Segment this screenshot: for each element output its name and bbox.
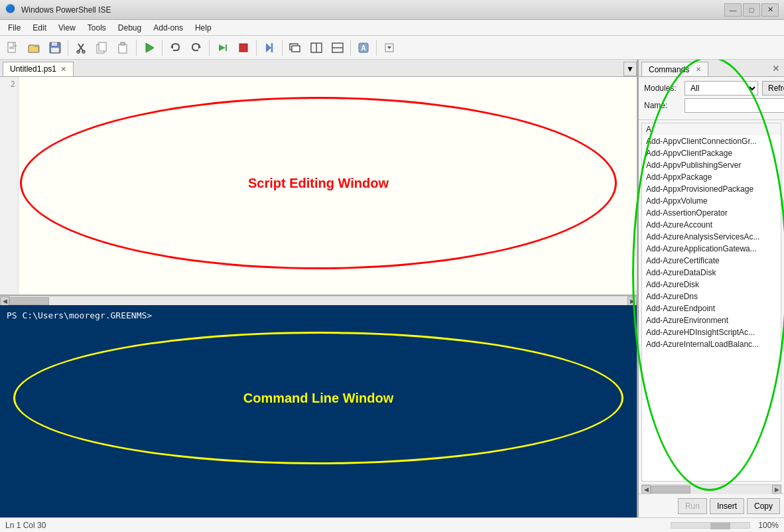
command-item[interactable]: Add-AzureDisk [642,279,781,291]
powershell-icon: 🔵 [5,4,17,16]
command-item[interactable]: Add-AzureAnalysisServicesAc... [642,231,781,243]
toolbar-paste-btn[interactable] [113,38,133,57]
toolbar-addons-btn[interactable]: A [354,38,373,57]
insert-button[interactable]: Insert [710,498,744,514]
editor-scrollbar: ◀ ▶ [0,296,637,305]
menu-view[interactable]: View [53,22,81,34]
toolbar-sep6 [282,40,283,56]
menu-debug[interactable]: Debug [113,22,147,34]
toolbar-new-btn[interactable] [3,38,23,57]
command-item[interactable]: Add-AppxVolume [642,195,781,207]
status-scrollbar[interactable] [671,522,750,529]
toolbar-copy-btn[interactable] [92,38,112,57]
maximize-button[interactable]: □ [743,3,760,17]
svg-marker-32 [387,46,391,49]
command-item[interactable]: Add-AppvClientConnectionGr... [642,135,781,147]
command-item[interactable]: Add-AzureEnvironment [642,314,781,326]
toolbar-split2-btn[interactable] [328,38,348,57]
script-content: 2 Script Editing Window [0,77,637,295]
menu-help[interactable]: Help [190,22,217,34]
command-item[interactable]: Add-AzureInternalLoadBalanc... [642,338,781,350]
status-position: Ln 1 Col 30 [5,521,46,530]
script-tab-label: Untitled1.ps1 [10,64,56,74]
command-item[interactable]: Add-AppxProvisionedPackage [642,183,781,195]
console-area: PS C:\Users\mooregr.GREENMS> Command Lin… [0,305,637,517]
commands-panel-close[interactable]: ✕ [769,62,783,75]
toolbar-run-btn[interactable] [139,38,159,57]
svg-rect-6 [51,48,59,52]
copy-button[interactable]: Copy [747,498,780,514]
minimize-button[interactable]: — [724,3,742,17]
modules-select[interactable]: All ActiveDirectory Azure AppX [685,81,758,96]
menu-bar: File Edit View Tools Debug Add-ons Help [0,20,784,36]
command-item[interactable]: Add-AssertionOperator [642,207,781,219]
command-item[interactable]: Add-AzureApplicationGatewa... [642,243,781,255]
toolbar-newpane-btn[interactable] [285,38,305,57]
menu-tools[interactable]: Tools [82,22,111,34]
commands-footer: Run Insert Copy [639,494,784,517]
title-bar-left: 🔵 Windows PowerShell ISE [5,4,111,16]
toolbar-redo-btn[interactable] [186,38,206,57]
script-tab-close[interactable]: ✕ [60,65,66,74]
script-tab[interactable]: Untitled1.ps1 ✕ [3,62,74,76]
toolbar-cut-btn[interactable] [71,38,91,57]
svg-rect-13 [119,44,127,53]
script-text-area[interactable] [19,77,637,295]
commands-section-header: A: [642,123,781,135]
menu-file[interactable]: File [3,22,26,34]
scroll-right-arrow[interactable]: ▶ [627,297,637,306]
toolbar-sep1 [68,40,68,56]
toolbar-open-btn[interactable] [24,38,44,57]
status-scrollthumb[interactable] [710,523,730,529]
toolbar-sep5 [256,40,257,56]
command-item[interactable]: Add-AzureHDInsightScriptAc... [642,326,781,338]
command-item[interactable]: Add-AppxPackage [642,171,781,183]
scroll-thumb[interactable] [9,297,49,305]
command-item[interactable]: Add-AzureDataDisk [642,267,781,279]
toolbar-more-btn[interactable] [379,38,399,57]
name-label: Name: [644,101,681,110]
commands-tab[interactable]: Commands ✕ [641,62,708,76]
toolbar-save-btn[interactable] [45,38,65,57]
commands-tab-close-x[interactable]: ✕ [696,66,701,73]
modules-row: Modules: All ActiveDirectory Azure AppX … [644,81,779,96]
svg-rect-24 [292,46,300,52]
line-numbers: 2 [0,77,19,295]
cmd-scroll-right[interactable]: ▶ [772,485,781,494]
toolbar-split-btn[interactable] [306,38,326,57]
name-input[interactable] [685,98,784,113]
menu-edit[interactable]: Edit [27,22,52,34]
command-item[interactable]: Add-AzureEndpoint [642,302,781,314]
tab-scroll-button[interactable]: ▼ [623,62,637,76]
refresh-button[interactable]: Refresh [762,81,784,96]
command-item[interactable]: Add-AzureDns [642,291,781,302]
command-item[interactable]: Add-AzureAccount [642,219,781,231]
toolbar-sep8 [376,40,377,56]
svg-marker-21 [266,43,271,52]
svg-rect-14 [121,42,125,45]
toolbar-undo-btn[interactable] [165,38,185,57]
run-button[interactable]: Run [678,498,707,514]
console-annotation: Command Line Window [13,332,623,464]
toolbar-stepin-btn[interactable] [259,38,279,57]
scroll-track[interactable] [9,297,627,306]
command-item[interactable]: Add-AzureCertificate [642,255,781,267]
window-title: Windows PowerShell ISE [21,5,111,15]
command-item[interactable]: Add-AppvClientPackage [642,147,781,159]
command-item[interactable]: Add-AppvPublishingServer [642,159,781,171]
toolbar-stop-btn[interactable] [233,38,253,57]
status-bar: Ln 1 Col 30 100% [0,517,784,532]
toolbar-runsel-btn[interactable] [212,38,232,57]
menu-addons[interactable]: Add-ons [148,22,188,34]
scroll-left-arrow[interactable]: ◀ [0,297,9,306]
commands-list[interactable]: A: Add-AppvClientConnectionGr... Add-App… [641,123,781,482]
toolbar-sep3 [162,40,163,56]
cmd-scroll-left[interactable]: ◀ [641,485,651,494]
status-bar-right: 100% [671,521,779,530]
cmd-scroll-thumb[interactable] [651,486,690,494]
name-row: Name: [644,98,779,113]
close-button[interactable]: ✕ [761,3,779,17]
commands-tab-bar: Commands ✕ ✕ [639,60,784,77]
cmd-scroll-track[interactable] [651,485,772,494]
console-prompt[interactable]: PS C:\Users\mooregr.GREENMS> [0,305,637,326]
